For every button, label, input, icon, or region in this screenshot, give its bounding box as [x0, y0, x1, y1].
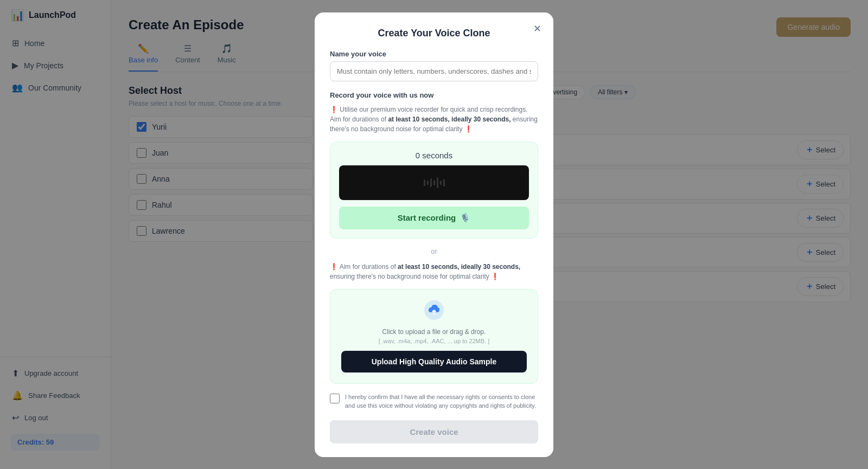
microphone-icon: 🎙️ [460, 213, 470, 223]
consent-row: I hereby confirm that I have all the nec… [330, 393, 538, 410]
warning-text-top: ❗ Utilise our premium voice recorder for… [330, 105, 538, 134]
consent-text: I hereby confirm that I have all the nec… [345, 393, 538, 410]
waveform-display [339, 165, 529, 200]
warning-text-bottom-1: Aim for durations of [340, 263, 398, 271]
record-btn-label: Start recording [398, 213, 456, 222]
create-voice-button[interactable]: Create voice [330, 420, 538, 444]
warning-icon-4: ❗ [491, 273, 499, 280]
recorder-box: 0 seconds Start recording 🎙️ [330, 142, 538, 239]
upload-cloud-icon [341, 300, 527, 324]
voice-name-input[interactable] [330, 61, 538, 81]
upload-area[interactable]: Click to upload a file or drag & drop. [… [330, 289, 538, 384]
close-icon: ✕ [533, 23, 541, 35]
upload-hint: Click to upload a file or drag & drop. [341, 328, 527, 336]
waveform-bar [427, 181, 429, 185]
modal-overlay[interactable]: Create Your Voice Clone ✕ Name your voic… [0, 0, 868, 469]
waveform-bar [433, 180, 435, 185]
waveform-bar [430, 178, 432, 187]
modal-title: Create Your Voice Clone [330, 28, 538, 39]
waveform-bar [424, 179, 425, 186]
upload-formats: [ .wav, .m4a, .mp4, .AAC, ... up to 22MB… [341, 338, 527, 344]
warning-bold: at least 10 seconds, ideally 30 seconds, [388, 115, 510, 123]
upload-audio-button[interactable]: Upload High Quality Audio Sample [341, 351, 527, 372]
name-label: Name your voice [330, 50, 538, 58]
waveform-bar [437, 177, 438, 188]
warning-icon: ❗ [330, 106, 338, 113]
waveform-bar [443, 179, 445, 187]
consent-checkbox[interactable] [330, 394, 340, 403]
recorder-time: 0 seconds [339, 151, 529, 160]
start-recording-button[interactable]: Start recording 🎙️ [339, 207, 529, 229]
waveform-bars [419, 165, 449, 200]
modal-close-button[interactable]: ✕ [529, 21, 545, 36]
waveform-bar [440, 181, 442, 185]
warning-bold-bottom: at least 10 seconds, ideally 30 seconds, [398, 263, 520, 271]
warning-text-bottom-2: ensuring there's no background noise for… [330, 273, 491, 280]
warning-icon-2: ❗ [464, 125, 473, 133]
modal: Create Your Voice Clone ✕ Name your voic… [315, 12, 553, 457]
warning-text-bottom: ❗ Aim for durations of at least 10 secon… [330, 262, 538, 281]
record-section-title: Record your voice with us now [330, 91, 538, 99]
or-divider: or [330, 247, 538, 255]
warning-icon-3: ❗ [330, 263, 338, 271]
